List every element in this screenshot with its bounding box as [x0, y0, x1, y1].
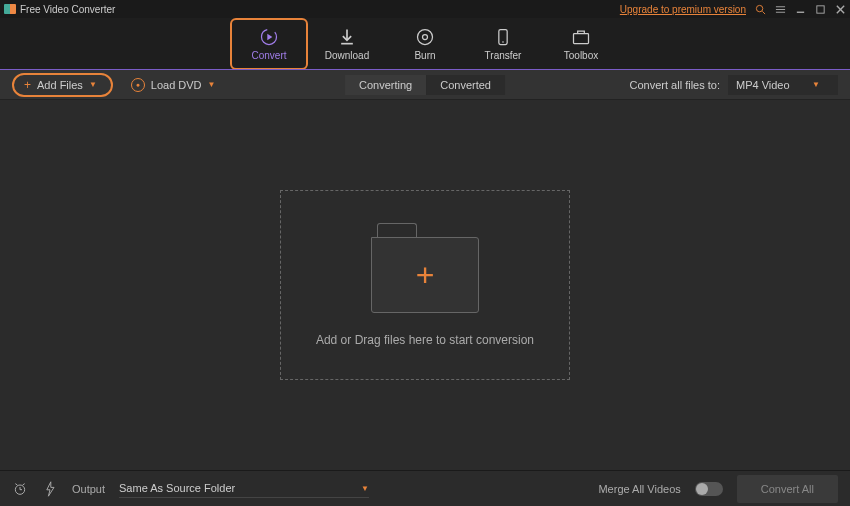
nav-convert[interactable]: Convert: [230, 18, 308, 70]
nav-label: Burn: [414, 50, 435, 61]
chevron-down-icon: ▼: [208, 80, 216, 89]
svg-point-13: [418, 30, 433, 45]
convert-icon: [259, 27, 279, 47]
nav-label: Download: [325, 50, 369, 61]
dropzone[interactable]: + Add or Drag files here to start conver…: [280, 190, 570, 380]
nav-label: Toolbox: [564, 50, 598, 61]
svg-marker-10: [267, 34, 272, 41]
plus-icon: +: [24, 78, 31, 92]
output-label: Output: [72, 483, 105, 495]
tab-converted[interactable]: Converted: [426, 75, 505, 95]
gpu-accel-icon[interactable]: [42, 481, 58, 497]
toolbar: + Add Files ▼ ● Load DVD ▼ Converting Co…: [0, 70, 850, 100]
nav-download[interactable]: Download: [308, 18, 386, 70]
nav-toolbox[interactable]: Toolbox: [542, 18, 620, 70]
svg-line-21: [15, 483, 17, 484]
plus-icon: +: [416, 257, 435, 294]
folder-add-icon: +: [371, 223, 479, 313]
output-path: Same As Source Folder: [119, 482, 235, 494]
menu-icon[interactable]: [774, 3, 786, 15]
toolbox-icon: [571, 27, 591, 47]
download-icon: [337, 27, 357, 47]
search-icon[interactable]: [754, 3, 766, 15]
app-title: Free Video Converter: [20, 4, 620, 15]
close-icon[interactable]: [834, 3, 846, 15]
svg-rect-17: [574, 34, 589, 44]
load-dvd-label: Load DVD: [151, 79, 202, 91]
svg-marker-23: [47, 481, 54, 495]
svg-line-1: [762, 11, 765, 14]
app-logo: [4, 4, 16, 14]
svg-line-22: [23, 483, 25, 484]
chevron-down-icon: ▼: [361, 484, 369, 493]
upgrade-link[interactable]: Upgrade to premium version: [620, 4, 746, 15]
main-nav: Convert Download Burn Transfer Toolbox: [0, 18, 850, 70]
main-area: + Add or Drag files here to start conver…: [0, 100, 850, 470]
svg-point-0: [756, 5, 762, 11]
convert-all-button[interactable]: Convert All: [737, 475, 838, 503]
alarm-icon[interactable]: [12, 481, 28, 497]
svg-point-14: [423, 35, 428, 40]
burn-icon: [415, 27, 435, 47]
nav-burn[interactable]: Burn: [386, 18, 464, 70]
add-files-label: Add Files: [37, 79, 83, 91]
merge-label: Merge All Videos: [598, 483, 680, 495]
nav-label: Transfer: [485, 50, 522, 61]
add-files-button[interactable]: + Add Files ▼: [12, 73, 113, 97]
load-dvd-button[interactable]: ● Load DVD ▼: [123, 75, 224, 95]
merge-toggle[interactable]: [695, 482, 723, 496]
nav-transfer[interactable]: Transfer: [464, 18, 542, 70]
output-folder-select[interactable]: Same As Source Folder ▼: [119, 479, 369, 498]
tab-converting[interactable]: Converting: [345, 75, 426, 95]
titlebar: Free Video Converter Upgrade to premium …: [0, 0, 850, 18]
svg-point-16: [502, 41, 504, 43]
nav-label: Convert: [251, 50, 286, 61]
footer: Output Same As Source Folder ▼ Merge All…: [0, 470, 850, 506]
svg-rect-6: [816, 5, 823, 12]
convert-all-label: Convert all files to:: [630, 79, 720, 91]
transfer-icon: [493, 27, 513, 47]
chevron-down-icon: ▼: [89, 80, 97, 89]
minimize-icon[interactable]: [794, 3, 806, 15]
output-format-select[interactable]: MP4 Video: [728, 75, 838, 95]
drop-text: Add or Drag files here to start conversi…: [316, 333, 534, 347]
dvd-icon: ●: [131, 78, 145, 92]
maximize-icon[interactable]: [814, 3, 826, 15]
